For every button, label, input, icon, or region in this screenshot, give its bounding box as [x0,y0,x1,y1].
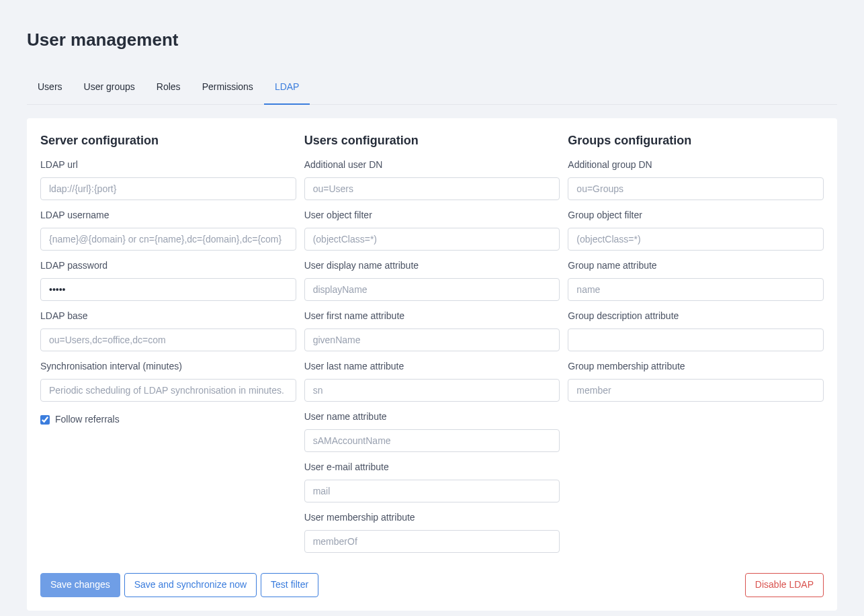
ldap-base-input[interactable] [40,328,296,351]
tab-roles[interactable]: Roles [146,72,191,105]
user-first-name-input[interactable] [304,328,560,351]
group-name-attr-input[interactable] [568,278,824,301]
sync-interval-input[interactable] [40,379,296,402]
user-display-name-label: User display name attribute [304,259,560,273]
follow-referrals-checkbox[interactable] [40,415,50,425]
group-dn-label: Additional group DN [568,158,824,172]
user-email-label: User e-mail attribute [304,460,560,474]
group-filter-input[interactable] [568,228,824,251]
group-name-attr-label: Group name attribute [568,259,824,273]
disable-ldap-button[interactable]: Disable LDAP [745,573,824,597]
user-filter-label: User object filter [304,208,560,222]
user-membership-label: User membership attribute [304,511,560,525]
sync-interval-label: Synchronisation interval (minutes) [40,359,296,373]
test-filter-button[interactable]: Test filter [261,573,318,597]
ldap-url-input[interactable] [40,177,296,200]
user-filter-input[interactable] [304,228,560,251]
user-name-attr-input[interactable] [304,429,560,452]
server-config-column: Server configuration LDAP url LDAP usern… [40,132,296,561]
user-last-name-input[interactable] [304,379,560,402]
group-desc-label: Group description attribute [568,309,824,323]
user-last-name-label: User last name attribute [304,359,560,373]
ldap-base-label: LDAP base [40,309,296,323]
tab-users[interactable]: Users [27,72,73,105]
user-email-input[interactable] [304,480,560,502]
follow-referrals-label: Follow referrals [55,412,120,427]
ldap-password-input[interactable] [40,278,296,301]
ldap-username-input[interactable] [40,228,296,251]
tab-ldap[interactable]: LDAP [264,72,310,105]
tab-user-groups[interactable]: User groups [73,72,146,105]
group-desc-input[interactable] [568,328,824,351]
user-first-name-label: User first name attribute [304,309,560,323]
tab-permissions[interactable]: Permissions [191,72,264,105]
user-dn-label: Additional user DN [304,158,560,172]
save-button[interactable]: Save changes [40,573,120,597]
ldap-url-label: LDAP url [40,158,296,172]
ldap-username-label: LDAP username [40,208,296,222]
save-sync-button[interactable]: Save and synchronize now [124,573,257,597]
ldap-password-label: LDAP password [40,259,296,273]
group-membership-label: Group membership attribute [568,359,824,373]
groups-config-column: Groups configuration Additional group DN… [568,132,824,561]
page-title: User management [27,27,837,53]
user-membership-input[interactable] [304,530,560,553]
ldap-panel: Server configuration LDAP url LDAP usern… [27,118,837,611]
users-config-column: Users configuration Additional user DN U… [304,132,560,561]
user-name-attr-label: User name attribute [304,410,560,424]
group-filter-label: Group object filter [568,208,824,222]
button-row: Save changes Save and synchronize now Te… [40,573,824,597]
groups-config-title: Groups configuration [568,132,824,150]
tabs: Users User groups Roles Permissions LDAP [27,72,837,105]
group-membership-input[interactable] [568,379,824,402]
server-config-title: Server configuration [40,132,296,150]
user-display-name-input[interactable] [304,278,560,301]
users-config-title: Users configuration [304,132,560,150]
user-dn-input[interactable] [304,177,560,200]
group-dn-input[interactable] [568,177,824,200]
